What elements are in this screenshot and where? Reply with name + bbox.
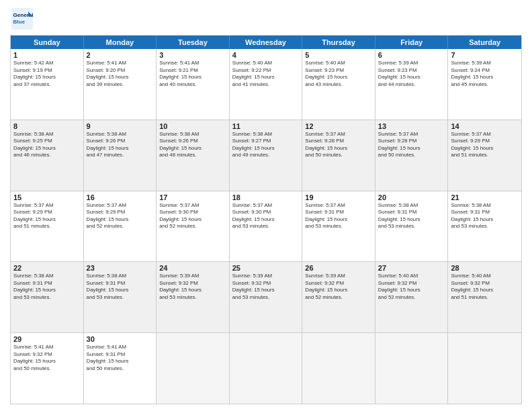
day-info: Sunrise: 5:37 AM Sunset: 9:29 PM Dayligh… [13,202,81,230]
day-number: 12 [305,122,372,130]
day-info: Sunrise: 5:40 AM Sunset: 9:23 PM Dayligh… [305,60,372,88]
week-row-5: 29Sunrise: 5:41 AM Sunset: 9:32 PM Dayli… [11,332,521,404]
day-number: 6 [378,51,445,59]
day-number: 25 [232,264,300,272]
day-number: 16 [87,193,154,201]
header-day-sunday: Sunday [11,36,84,49]
day-cell-29: 29Sunrise: 5:41 AM Sunset: 9:32 PM Dayli… [11,333,84,404]
day-number: 15 [13,193,81,201]
day-info: Sunrise: 5:38 AM Sunset: 9:31 PM Dayligh… [451,202,519,230]
day-info: Sunrise: 5:38 AM Sunset: 9:31 PM Dayligh… [87,273,154,301]
day-info: Sunrise: 5:40 AM Sunset: 9:22 PM Dayligh… [232,60,300,88]
day-info: Sunrise: 5:40 AM Sunset: 9:32 PM Dayligh… [451,273,519,301]
day-info: Sunrise: 5:38 AM Sunset: 9:26 PM Dayligh… [159,131,226,159]
day-number: 3 [159,51,226,59]
logo: General Blue [10,7,34,31]
day-info: Sunrise: 5:41 AM Sunset: 9:21 PM Dayligh… [159,60,226,88]
day-info: Sunrise: 5:37 AM Sunset: 9:30 PM Dayligh… [159,202,226,230]
day-cell-9: 9Sunrise: 5:38 AM Sunset: 9:26 PM Daylig… [84,120,157,191]
header-day-wednesday: Wednesday [230,36,303,49]
empty-cell [302,333,375,404]
day-number: 13 [378,122,445,130]
calendar-header: SundayMondayTuesdayWednesdayThursdayFrid… [11,36,521,49]
day-cell-22: 22Sunrise: 5:38 AM Sunset: 9:31 PM Dayli… [11,262,84,332]
day-cell-20: 20Sunrise: 5:38 AM Sunset: 9:31 PM Dayli… [375,191,449,262]
day-cell-17: 17Sunrise: 5:37 AM Sunset: 9:30 PM Dayli… [157,191,230,262]
day-info: Sunrise: 5:38 AM Sunset: 9:31 PM Dayligh… [13,273,81,301]
day-number: 8 [13,122,81,130]
day-cell-13: 13Sunrise: 5:37 AM Sunset: 9:28 PM Dayli… [375,120,449,191]
day-cell-18: 18Sunrise: 5:37 AM Sunset: 9:30 PM Dayli… [230,191,303,262]
day-info: Sunrise: 5:38 AM Sunset: 9:26 PM Dayligh… [87,131,154,159]
day-number: 7 [451,51,519,59]
day-number: 5 [305,51,372,59]
day-cell-25: 25Sunrise: 5:39 AM Sunset: 9:32 PM Dayli… [230,262,303,332]
day-info: Sunrise: 5:39 AM Sunset: 9:32 PM Dayligh… [305,273,372,301]
header-day-saturday: Saturday [448,36,521,49]
header-day-tuesday: Tuesday [157,36,230,49]
day-number: 18 [232,193,300,201]
day-cell-7: 7Sunrise: 5:39 AM Sunset: 9:24 PM Daylig… [448,49,521,120]
day-number: 14 [451,122,519,130]
day-info: Sunrise: 5:40 AM Sunset: 9:32 PM Dayligh… [378,273,445,301]
day-number: 2 [87,51,154,59]
day-cell-27: 27Sunrise: 5:40 AM Sunset: 9:32 PM Dayli… [375,262,449,332]
day-number: 21 [451,193,519,201]
day-number: 27 [378,264,445,272]
day-info: Sunrise: 5:37 AM Sunset: 9:28 PM Dayligh… [378,131,445,159]
day-cell-23: 23Sunrise: 5:38 AM Sunset: 9:31 PM Dayli… [84,262,157,332]
day-number: 28 [451,264,519,272]
day-cell-8: 8Sunrise: 5:38 AM Sunset: 9:25 PM Daylig… [11,120,84,191]
day-number: 4 [232,51,300,59]
day-info: Sunrise: 5:37 AM Sunset: 9:29 PM Dayligh… [87,202,154,230]
header: General Blue [10,7,522,31]
day-info: Sunrise: 5:38 AM Sunset: 9:31 PM Dayligh… [378,202,445,230]
day-info: Sunrise: 5:41 AM Sunset: 9:32 PM Dayligh… [13,344,81,372]
day-number: 22 [13,264,81,272]
day-info: Sunrise: 5:38 AM Sunset: 9:25 PM Dayligh… [13,131,81,159]
header-day-thursday: Thursday [302,36,375,49]
day-info: Sunrise: 5:41 AM Sunset: 9:31 PM Dayligh… [87,344,154,372]
day-info: Sunrise: 5:41 AM Sunset: 9:20 PM Dayligh… [87,60,154,88]
day-cell-24: 24Sunrise: 5:39 AM Sunset: 9:32 PM Dayli… [157,262,230,332]
header-day-friday: Friday [375,36,449,49]
week-row-2: 8Sunrise: 5:38 AM Sunset: 9:25 PM Daylig… [11,120,521,191]
day-cell-1: 1Sunrise: 5:42 AM Sunset: 9:19 PM Daylig… [11,49,84,120]
day-info: Sunrise: 5:37 AM Sunset: 9:31 PM Dayligh… [305,202,372,230]
day-cell-14: 14Sunrise: 5:37 AM Sunset: 9:29 PM Dayli… [448,120,521,191]
day-cell-12: 12Sunrise: 5:37 AM Sunset: 9:28 PM Dayli… [302,120,375,191]
day-number: 11 [232,122,300,130]
empty-cell [230,333,303,404]
calendar: SundayMondayTuesdayWednesdayThursdayFrid… [10,35,522,404]
day-info: Sunrise: 5:37 AM Sunset: 9:29 PM Dayligh… [451,131,519,159]
day-cell-30: 30Sunrise: 5:41 AM Sunset: 9:31 PM Dayli… [84,333,157,404]
day-number: 9 [87,122,154,130]
day-cell-3: 3Sunrise: 5:41 AM Sunset: 9:21 PM Daylig… [157,49,230,120]
day-number: 29 [13,335,81,343]
day-cell-10: 10Sunrise: 5:38 AM Sunset: 9:26 PM Dayli… [157,120,230,191]
day-number: 26 [305,264,372,272]
day-cell-4: 4Sunrise: 5:40 AM Sunset: 9:22 PM Daylig… [230,49,303,120]
day-number: 30 [87,335,154,343]
logo-icon: General Blue [10,7,34,31]
day-info: Sunrise: 5:39 AM Sunset: 9:32 PM Dayligh… [232,273,300,301]
page: General Blue SundayMondayTuesdayWednesda… [0,0,532,411]
svg-text:Blue: Blue [13,19,26,25]
week-row-1: 1Sunrise: 5:42 AM Sunset: 9:19 PM Daylig… [11,49,521,120]
day-cell-6: 6Sunrise: 5:39 AM Sunset: 9:23 PM Daylig… [375,49,449,120]
week-row-4: 22Sunrise: 5:38 AM Sunset: 9:31 PM Dayli… [11,261,521,332]
day-info: Sunrise: 5:37 AM Sunset: 9:30 PM Dayligh… [232,202,300,230]
day-number: 19 [305,193,372,201]
day-cell-15: 15Sunrise: 5:37 AM Sunset: 9:29 PM Dayli… [11,191,84,262]
day-info: Sunrise: 5:37 AM Sunset: 9:28 PM Dayligh… [305,131,372,159]
empty-cell [157,333,230,404]
day-number: 20 [378,193,445,201]
header-day-monday: Monday [84,36,157,49]
day-info: Sunrise: 5:38 AM Sunset: 9:27 PM Dayligh… [232,131,300,159]
day-number: 23 [87,264,154,272]
day-cell-5: 5Sunrise: 5:40 AM Sunset: 9:23 PM Daylig… [302,49,375,120]
day-info: Sunrise: 5:39 AM Sunset: 9:23 PM Dayligh… [378,60,445,88]
day-info: Sunrise: 5:42 AM Sunset: 9:19 PM Dayligh… [13,60,81,88]
day-number: 10 [159,122,226,130]
day-number: 24 [159,264,226,272]
